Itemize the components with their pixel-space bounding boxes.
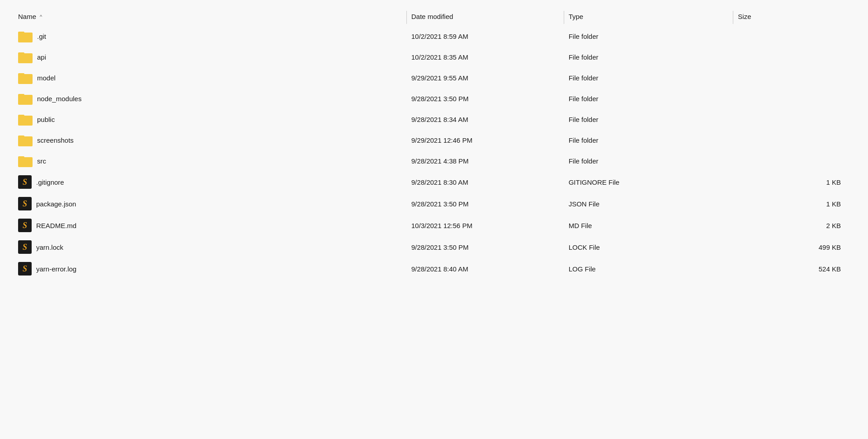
file-name-text: yarn.lock (36, 243, 63, 251)
file-name-text: api (37, 53, 46, 61)
sublime-file-icon: S (18, 219, 32, 232)
file-type: LOCK File (564, 236, 734, 258)
file-date: 9/28/2021 3:50 PM (407, 236, 564, 258)
file-date: 9/28/2021 8:34 AM (407, 109, 564, 130)
folder-icon (18, 113, 33, 126)
file-type: File folder (564, 130, 734, 150)
file-name-cell: Syarn-error.log (18, 262, 402, 276)
sublime-file-icon: S (18, 240, 32, 254)
col-header-type[interactable]: Type (564, 9, 734, 26)
table-row[interactable]: Syarn-error.log9/28/2021 8:40 AMLOG File… (14, 258, 854, 280)
file-date: 10/2/2021 8:35 AM (407, 47, 564, 67)
file-size: 1 KB (733, 171, 854, 193)
col-header-name[interactable]: Name ^ (14, 9, 407, 26)
file-explorer: Name ^ Date modified Type Size (0, 0, 868, 439)
folder-icon (18, 92, 33, 105)
file-type: GITIGNORE File (564, 171, 734, 193)
table-row[interactable]: model9/29/2021 9:55 AMFile folder (14, 67, 854, 88)
sublime-file-icon: S (18, 262, 32, 276)
table-row[interactable]: Spackage.json9/28/2021 3:50 PMJSON File1… (14, 193, 854, 215)
col-size-label: Size (738, 13, 751, 20)
file-date: 10/3/2021 12:56 PM (407, 215, 564, 236)
file-name-cell: public (18, 113, 402, 126)
file-name-text: yarn-error.log (36, 265, 76, 273)
table-row[interactable]: node_modules9/28/2021 3:50 PMFile folder (14, 88, 854, 109)
file-size: 524 KB (733, 258, 854, 280)
file-name-cell: src (18, 154, 402, 167)
table-row[interactable]: SREADME.md10/3/2021 12:56 PMMD File2 KB (14, 215, 854, 236)
file-size (733, 130, 854, 150)
file-name-text: README.md (36, 222, 76, 229)
folder-icon (18, 51, 33, 63)
file-name-cell: api (18, 51, 402, 63)
file-table: Name ^ Date modified Type Size (14, 9, 854, 280)
sort-arrow-icon: ^ (40, 14, 42, 19)
file-name-text: public (37, 116, 55, 123)
file-name-cell: Syarn.lock (18, 240, 402, 254)
table-header-row: Name ^ Date modified Type Size (14, 9, 854, 26)
file-size: 2 KB (733, 215, 854, 236)
file-name-text: src (37, 157, 46, 165)
file-name-cell: screenshots (18, 134, 402, 146)
col-name-label: Name (18, 13, 36, 20)
file-name-text: screenshots (37, 136, 74, 144)
file-size: 499 KB (733, 236, 854, 258)
file-date: 10/2/2021 8:59 AM (407, 26, 564, 47)
file-name-cell: S.gitignore (18, 175, 402, 189)
file-date: 9/28/2021 8:30 AM (407, 171, 564, 193)
file-date: 9/28/2021 3:50 PM (407, 88, 564, 109)
table-row[interactable]: api10/2/2021 8:35 AMFile folder (14, 47, 854, 67)
file-size (733, 47, 854, 67)
file-size (733, 109, 854, 130)
table-row[interactable]: screenshots9/29/2021 12:46 PMFile folder (14, 130, 854, 150)
folder-icon (18, 134, 33, 146)
file-date: 9/29/2021 12:46 PM (407, 130, 564, 150)
folder-icon (18, 71, 33, 84)
file-date: 9/28/2021 3:50 PM (407, 193, 564, 215)
table-row[interactable]: .git10/2/2021 8:59 AMFile folder (14, 26, 854, 47)
file-name-cell: Spackage.json (18, 197, 402, 210)
file-size (733, 26, 854, 47)
file-type: File folder (564, 150, 734, 171)
file-name-text: .git (37, 33, 46, 40)
file-date: 9/28/2021 8:40 AM (407, 258, 564, 280)
file-type: File folder (564, 47, 734, 67)
file-date: 9/28/2021 4:38 PM (407, 150, 564, 171)
file-name-cell: SREADME.md (18, 219, 402, 232)
file-name-text: package.json (36, 200, 76, 208)
file-name-cell: model (18, 71, 402, 84)
col-header-date[interactable]: Date modified (407, 9, 564, 26)
file-type: LOG File (564, 258, 734, 280)
file-type: File folder (564, 109, 734, 130)
folder-icon (18, 30, 33, 42)
file-size (733, 67, 854, 88)
table-row[interactable]: src9/28/2021 4:38 PMFile folder (14, 150, 854, 171)
sublime-file-icon: S (18, 197, 32, 210)
file-name-cell: node_modules (18, 92, 402, 105)
table-row[interactable]: S.gitignore9/28/2021 8:30 AMGITIGNORE Fi… (14, 171, 854, 193)
table-row[interactable]: public9/28/2021 8:34 AMFile folder (14, 109, 854, 130)
file-name-text: node_modules (37, 95, 81, 103)
file-type: File folder (564, 67, 734, 88)
file-name-cell: .git (18, 30, 402, 42)
file-name-text: model (37, 74, 56, 82)
sublime-file-icon: S (18, 175, 32, 189)
file-name-text: .gitignore (36, 178, 64, 186)
file-date: 9/29/2021 9:55 AM (407, 67, 564, 88)
file-type: MD File (564, 215, 734, 236)
file-size: 1 KB (733, 193, 854, 215)
file-size (733, 150, 854, 171)
file-size (733, 88, 854, 109)
col-type-label: Type (569, 13, 584, 20)
file-type: File folder (564, 26, 734, 47)
col-date-label: Date modified (411, 13, 453, 20)
folder-icon (18, 154, 33, 167)
table-row[interactable]: Syarn.lock9/28/2021 3:50 PMLOCK File499 … (14, 236, 854, 258)
file-type: File folder (564, 88, 734, 109)
file-type: JSON File (564, 193, 734, 215)
col-header-size[interactable]: Size (733, 9, 854, 26)
